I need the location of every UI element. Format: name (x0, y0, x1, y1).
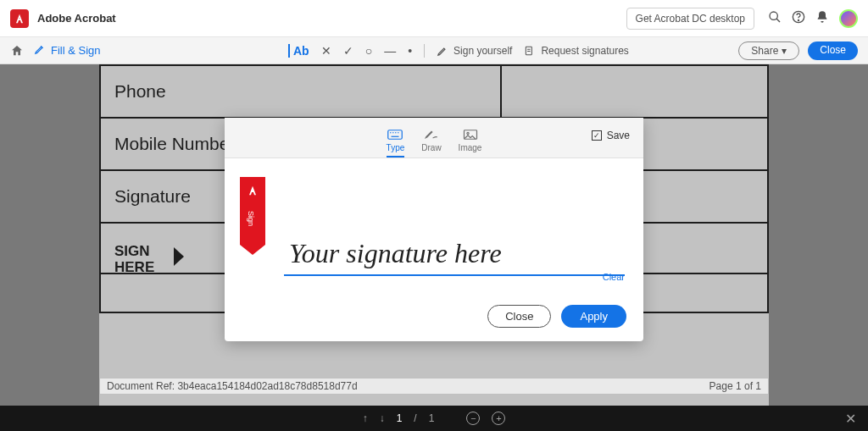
tab-image-label: Image (459, 143, 482, 152)
bottom-bar-close-icon[interactable]: ✕ (845, 411, 856, 427)
check-tool-icon[interactable]: ✓ (343, 44, 353, 58)
zoom-out-icon[interactable]: − (466, 412, 480, 425)
total-pages: 1 (429, 412, 435, 424)
share-label: Share (751, 45, 778, 57)
page-down-icon[interactable]: ↓ (380, 412, 385, 424)
checkbox-checked-icon: ✓ (592, 130, 602, 141)
ribbon-text: Sign (247, 211, 255, 226)
document-viewport: Phone Mobile Number Signature SIGNHERE M… (0, 64, 868, 406)
toolbar-close-button[interactable]: Close (808, 41, 858, 60)
doc-ref-value: 3b4eaca154184d02ad18c78d8518d77d (177, 380, 357, 392)
keyboard-icon (387, 129, 403, 141)
fill-sign-toolbar: Fill & Sign Ab ✕ ✓ ○ — • Sign yourself R… (0, 37, 868, 64)
sign-yourself-button[interactable]: Sign yourself (437, 45, 512, 57)
save-label: Save (607, 130, 630, 141)
doc-ref-label: Document Ref: (107, 380, 175, 392)
line-tool-icon[interactable]: — (384, 44, 396, 58)
page-indicator: Page 1 of 1 (709, 380, 761, 392)
sign-ribbon: Sign (240, 177, 265, 245)
share-button[interactable]: Share ▾ (738, 41, 799, 60)
svg-rect-5 (388, 130, 403, 140)
image-icon (463, 129, 478, 141)
save-signature-checkbox[interactable]: ✓ Save (592, 130, 630, 141)
tab-type[interactable]: Type (387, 129, 405, 157)
modal-apply-button[interactable]: Apply (561, 305, 626, 328)
draw-pen-icon (424, 129, 439, 141)
chevron-down-icon: ▾ (782, 45, 787, 57)
tab-draw[interactable]: Draw (421, 129, 441, 157)
sign-yourself-label: Sign yourself (453, 45, 512, 57)
request-signatures-button[interactable]: Request signatures (524, 45, 628, 57)
svg-point-12 (466, 132, 468, 134)
signature-modal-tabs: Type Draw Image ✓ Save (225, 118, 643, 158)
svg-line-1 (776, 19, 780, 22)
cross-tool-icon[interactable]: ✕ (321, 44, 331, 58)
page-sep: / (414, 412, 416, 424)
zoom-in-icon[interactable]: + (492, 412, 505, 425)
tab-image[interactable]: Image (459, 129, 482, 157)
circle-tool-icon[interactable]: ○ (365, 44, 372, 58)
top-header: Adobe Acrobat Get Acrobat DC desktop (0, 0, 868, 37)
text-tool[interactable]: Ab (288, 44, 309, 58)
app-name: Adobe Acrobat (37, 12, 116, 25)
tab-type-label: Type (387, 143, 405, 152)
svg-point-0 (770, 12, 777, 19)
fill-sign-label: Fill & Sign (51, 44, 101, 57)
notification-bell-icon[interactable] (815, 10, 829, 27)
acrobat-logo-icon (10, 9, 29, 28)
document-status-bar: Document Ref: 3b4eaca154184d02ad18c78d85… (99, 378, 769, 395)
help-icon[interactable] (792, 10, 805, 27)
request-signatures-label: Request signatures (541, 45, 628, 57)
clear-signature-link[interactable]: Clear (603, 272, 625, 282)
get-acrobat-desktop-button[interactable]: Get Acrobat DC desktop (626, 8, 754, 30)
modal-close-button[interactable]: Close (487, 305, 551, 328)
svg-point-3 (798, 19, 798, 20)
signature-text-input[interactable] (284, 235, 625, 276)
form-tools-group: Ab ✕ ✓ ○ — • Sign yourself Request signa… (288, 44, 629, 58)
current-page[interactable]: 1 (397, 412, 403, 424)
bottom-page-bar: ↑ ↓ 1 / 1 − + ✕ (0, 406, 868, 431)
page-up-icon[interactable]: ↑ (363, 412, 368, 424)
separator (424, 44, 425, 58)
fill-sign-pen-icon (34, 43, 46, 58)
signature-modal: Type Draw Image ✓ Save Sign (225, 118, 643, 341)
dot-tool-icon[interactable]: • (408, 44, 412, 58)
tab-draw-label: Draw (421, 143, 441, 152)
user-avatar[interactable] (839, 9, 858, 28)
search-icon[interactable] (768, 10, 782, 27)
home-icon[interactable] (10, 44, 24, 58)
acrobat-small-icon (246, 184, 259, 197)
svg-rect-4 (526, 47, 532, 54)
